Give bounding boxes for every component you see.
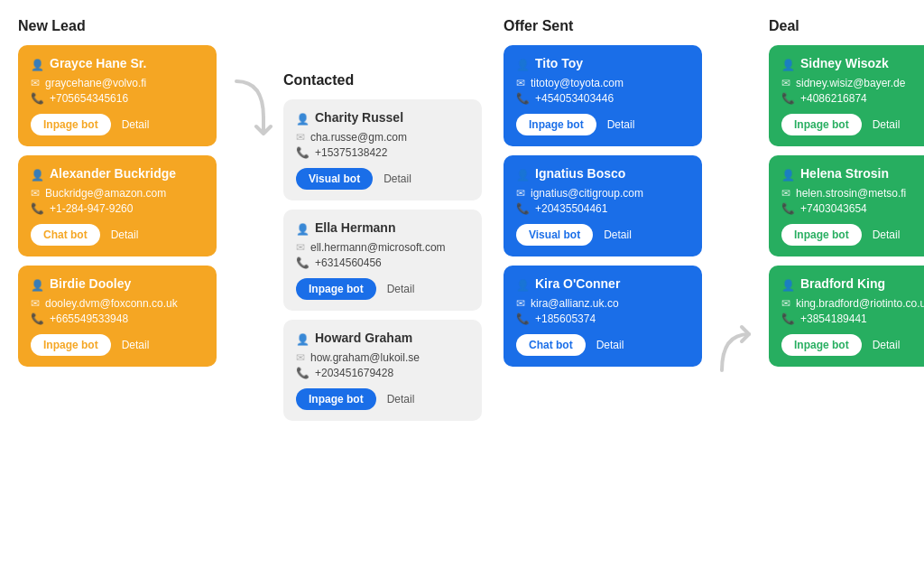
- column-contacted: Contacted 👤 Charity Russel ✉ cha.russe@g…: [283, 72, 482, 421]
- card-actions: Inpage bot Detail: [296, 388, 469, 410]
- email-icon: ✉: [296, 131, 305, 144]
- contact-email: ignatius@citigroup.com: [531, 187, 643, 200]
- contact-phone: +7403043654: [800, 202, 867, 215]
- card-actions: Inpage bot Detail: [31, 334, 204, 356]
- person-icon: 👤: [516, 169, 530, 182]
- visual-bot-button[interactable]: Visual bot: [296, 168, 373, 190]
- email-icon: ✉: [781, 187, 790, 200]
- detail-button[interactable]: Detail: [383, 388, 419, 410]
- cards-list-deal: 👤 Sidney Wisozk ✉ sidney.wisiz@bayer.de …: [769, 45, 924, 367]
- phone-icon: 📞: [781, 312, 795, 325]
- person-icon: 👤: [781, 59, 795, 71]
- card-sidney-wisozk: 👤 Sidney Wisozk ✉ sidney.wisiz@bayer.de …: [769, 45, 924, 146]
- arrow-up-right-icon: [713, 307, 758, 379]
- inpage-bot-button[interactable]: Inpage bot: [781, 334, 862, 356]
- contact-phone: +4086216874: [800, 92, 867, 105]
- kanban-board: New Lead 👤 Grayce Hane Sr. ✉ graycehane@…: [18, 18, 906, 421]
- phone-icon: 📞: [31, 202, 44, 215]
- card-actions: Inpage bot Detail: [31, 114, 204, 135]
- inpage-bot-button[interactable]: Inpage bot: [516, 114, 596, 135]
- arrow-2: [713, 18, 758, 379]
- detail-button[interactable]: Detail: [593, 334, 628, 356]
- detail-button[interactable]: Detail: [118, 334, 153, 356]
- phone-icon: 📞: [516, 202, 530, 215]
- inpage-bot-button[interactable]: Inpage bot: [31, 334, 111, 356]
- phone-icon: 📞: [296, 256, 310, 269]
- contact-name: Ignatius Bosco: [535, 166, 625, 181]
- contact-name: Alexander Buckridge: [50, 166, 176, 181]
- detail-button[interactable]: Detail: [107, 224, 143, 246]
- contact-email: dooley.dvm@foxconn.co.uk: [45, 297, 178, 310]
- email-icon: ✉: [516, 297, 525, 310]
- contact-email: graycehane@volvo.fi: [45, 77, 146, 89]
- card-kira-oconner: 👤 Kira O'Conner ✉ kira@allianz.uk.co 📞 +…: [504, 266, 702, 367]
- contact-email: ell.hermann@microsoft.com: [310, 241, 446, 254]
- arrow-right-down-icon: [227, 72, 273, 144]
- phone-icon: 📞: [516, 312, 530, 325]
- detail-button[interactable]: Detail: [604, 114, 639, 135]
- detail-button[interactable]: Detail: [600, 224, 635, 246]
- contact-phone: +203451679428: [315, 367, 393, 379]
- email-icon: ✉: [781, 77, 790, 89]
- detail-button[interactable]: Detail: [869, 334, 904, 356]
- inpage-bot-button[interactable]: Inpage bot: [31, 114, 111, 135]
- contact-email: titotoy@toyota.com: [531, 77, 624, 89]
- contact-name: Sidney Wisozk: [800, 56, 889, 70]
- column-title-deal: Deal: [769, 18, 924, 34]
- card-actions: Inpage bot Detail: [516, 114, 689, 135]
- column-deal: Deal 👤 Sidney Wisozk ✉ sidney.wisiz@baye…: [769, 18, 924, 367]
- contact-phone: +6314560456: [315, 256, 382, 269]
- person-icon: 👤: [296, 113, 310, 126]
- email-icon: ✉: [296, 351, 305, 364]
- card-actions: Inpage bot Detail: [781, 334, 924, 356]
- detail-button[interactable]: Detail: [118, 114, 153, 135]
- contact-email: cha.russe@gm.com: [310, 131, 407, 144]
- visual-bot-button[interactable]: Visual bot: [516, 224, 593, 246]
- email-icon: ✉: [31, 187, 40, 200]
- card-actions: Inpage bot Detail: [296, 278, 469, 300]
- inpage-bot-button[interactable]: Inpage bot: [781, 224, 862, 246]
- person-icon: 👤: [296, 223, 310, 236]
- inpage-bot-button[interactable]: Inpage bot: [296, 388, 376, 410]
- person-icon: 👤: [516, 59, 530, 71]
- contact-phone: +3854189441: [800, 312, 867, 325]
- card-actions: Inpage bot Detail: [781, 224, 924, 246]
- chat-bot-button[interactable]: Chat bot: [31, 224, 100, 246]
- detail-button[interactable]: Detail: [380, 168, 415, 190]
- email-icon: ✉: [516, 187, 525, 200]
- cards-list-offer-sent: 👤 Tito Toy ✉ titotoy@toyota.com 📞 +45405…: [504, 45, 702, 367]
- contact-phone: +665549533948: [50, 312, 128, 325]
- column-title-offer-sent: Offer Sent: [504, 18, 702, 34]
- inpage-bot-button[interactable]: Inpage bot: [296, 278, 376, 300]
- person-icon: 👤: [781, 169, 795, 182]
- person-icon: 👤: [516, 279, 530, 292]
- contact-email: king.bradford@riotinto.co.uk: [796, 297, 924, 310]
- detail-button[interactable]: Detail: [869, 114, 904, 135]
- phone-icon: 📞: [296, 146, 310, 159]
- person-icon: 👤: [31, 169, 44, 182]
- contact-phone: +1-284-947-9260: [50, 202, 133, 215]
- card-actions: Chat bot Detail: [516, 334, 689, 356]
- contact-email: kira@allianz.uk.co: [531, 297, 619, 310]
- detail-button[interactable]: Detail: [869, 224, 904, 246]
- contact-email: how.graham@lukoil.se: [310, 351, 420, 364]
- contact-name: Grayce Hane Sr.: [50, 56, 146, 70]
- card-ignatius-bosco: 👤 Ignatius Bosco ✉ ignatius@citigroup.co…: [504, 155, 702, 256]
- contact-name: Howard Graham: [315, 331, 412, 345]
- inpage-bot-button[interactable]: Inpage bot: [781, 114, 862, 135]
- phone-icon: 📞: [516, 92, 530, 105]
- contact-phone: +185605374: [535, 312, 596, 325]
- card-ella-hermann: 👤 Ella Hermann ✉ ell.hermann@microsoft.c…: [283, 210, 482, 311]
- contact-phone: +20435504461: [535, 202, 607, 215]
- phone-icon: 📞: [296, 367, 310, 379]
- person-icon: 👤: [296, 333, 310, 346]
- contact-name: Charity Russel: [315, 110, 403, 125]
- detail-button[interactable]: Detail: [383, 278, 419, 300]
- email-icon: ✉: [781, 297, 790, 310]
- contact-name: Tito Toy: [535, 56, 583, 70]
- phone-icon: 📞: [31, 92, 44, 105]
- contact-phone: +705654345616: [50, 92, 128, 105]
- chat-bot-button[interactable]: Chat bot: [516, 334, 586, 356]
- person-icon: 👤: [31, 279, 44, 292]
- contact-name: Helena Strosin: [800, 166, 889, 181]
